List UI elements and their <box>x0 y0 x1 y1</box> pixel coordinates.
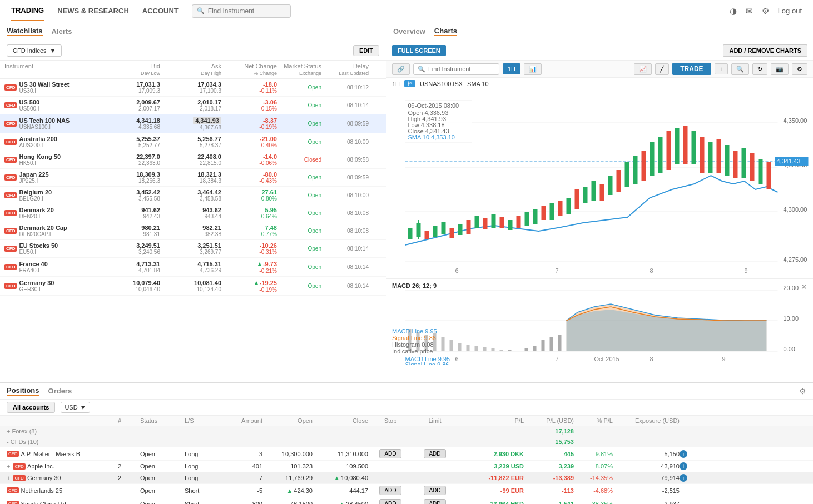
row-pl-usd: -113 <box>524 487 574 494</box>
list-item[interactable]: CFD Denmark 20 Cap DEN20CAP.I 980.21 981… <box>0 222 386 240</box>
col-ask: AskDay High <box>160 63 221 76</box>
timeframe-1h-button[interactable]: 1H <box>503 63 520 74</box>
svg-rect-83 <box>475 346 478 351</box>
change-pct: -0.19% <box>221 124 277 130</box>
table-row[interactable]: CFD Sands China Ltd Open Short -800 46.1… <box>0 497 813 504</box>
change-cell: -14.0 -0.06% <box>221 153 277 166</box>
limit-add-button[interactable]: ADD <box>424 449 445 458</box>
tab-positions[interactable]: Positions <box>7 386 39 396</box>
row-status: Open <box>140 463 185 470</box>
svg-rect-37 <box>600 184 604 201</box>
full-screen-button[interactable]: FULL SCREEN <box>392 45 446 56</box>
all-accounts-button[interactable]: All accounts <box>7 402 55 413</box>
chart-search-box[interactable]: 🔍 <box>413 63 499 75</box>
chart-search-input[interactable] <box>428 66 495 72</box>
nav-search-box[interactable]: 🔍 <box>192 4 291 18</box>
edit-button[interactable]: EDIT <box>353 45 379 56</box>
list-item[interactable]: CFD Australia 200 AUS200.I 5,255.37 5,25… <box>0 133 386 151</box>
col-instrument: Instrument <box>4 63 105 76</box>
row-exposure: 43,910 <box>613 463 680 470</box>
nav-account[interactable]: ACCOUNT <box>142 1 179 21</box>
info-button[interactable]: i <box>680 474 687 482</box>
bid-cell: 18,309.3 18,266.3 <box>105 171 160 184</box>
info-button[interactable]: i <box>680 462 687 470</box>
chart-panel: Overview Charts FULL SCREEN ADD / REMOVE… <box>386 22 813 382</box>
list-item[interactable]: CFD EU Stocks 50 EU50.I 3,249.51 3,240.5… <box>0 240 386 258</box>
svg-rect-21 <box>467 220 471 234</box>
instrument-name-cell: CFD Japan 225 JP225.I <box>4 171 105 184</box>
stop-add-button[interactable]: ADD <box>379 486 401 495</box>
last-updated: 08:09:59 <box>321 121 369 127</box>
list-item[interactable]: CFD France 40 FRA40.I 4,713.31 4,701.84 … <box>0 258 386 277</box>
bid-low: 17,009.3 <box>105 88 160 94</box>
watchlist-dropdown[interactable]: CFD Indices ▼ <box>7 44 62 57</box>
refresh-button[interactable]: ↻ <box>752 63 767 75</box>
market-status: Open <box>277 121 321 127</box>
list-item[interactable]: CFD Denmark 20 DEN20.I 941.62 942.43 943… <box>0 204 386 222</box>
zoom-in-button[interactable]: 🔍 <box>731 63 749 75</box>
instrument-name-cell: CFD Belgium 20 BELG20.I <box>4 189 105 202</box>
instrument-code: DEN20.I <box>19 213 53 219</box>
ask-high: 4,736.29 <box>160 267 221 273</box>
stop-add-button[interactable]: ADD <box>379 449 401 458</box>
row-open: 46.1500 <box>262 501 313 505</box>
nav-news[interactable]: NEWS & RESEARCH <box>57 1 129 21</box>
tab-watchlists[interactable]: Watchlists <box>7 27 43 36</box>
plus-button[interactable]: + <box>715 63 728 74</box>
draw-line-button[interactable]: ╱ <box>655 63 669 75</box>
change-cell: -80.0 -0.43% <box>221 171 277 184</box>
logout-button[interactable]: Log out <box>778 7 802 15</box>
cfd-badge: CFD <box>13 463 25 470</box>
svg-text:09-Oct-2015 08:00: 09-Oct-2015 08:00 <box>408 102 459 109</box>
bid-cell: 941.62 942.43 <box>105 207 160 219</box>
list-item[interactable]: CFD US 30 Wall Street US30.I 17,031.3 17… <box>0 79 386 97</box>
mail-icon[interactable]: ✉ <box>746 6 753 16</box>
table-row[interactable]: + CFD Germany 30 2 Open Long 7 11,769.29… <box>0 472 813 484</box>
tab-overview[interactable]: Overview <box>393 27 425 36</box>
add-remove-charts-button[interactable]: ADD / REMOVE CHARTS <box>723 44 807 57</box>
list-item[interactable]: CFD US Tech 100 NAS USNAS100.I 4,341.18 … <box>0 114 386 133</box>
nav-trading[interactable]: TRADING <box>11 1 44 21</box>
list-item[interactable]: CFD Belgium 20 BELG20.I 3,452.42 3,455.5… <box>0 187 386 204</box>
status-cell: Open <box>277 121 321 127</box>
list-item[interactable]: CFD Japan 225 JP225.I 18,309.3 18,266.3 … <box>0 169 386 187</box>
nav-search-input[interactable] <box>208 7 286 15</box>
change-value: 7.48 <box>221 224 277 231</box>
settings-icon[interactable]: ⚙ <box>762 6 769 16</box>
currency-selector[interactable]: USD ▼ <box>61 402 90 413</box>
tab-orders[interactable]: Orders <box>48 387 72 395</box>
nav-right-icons: ◑ ✉ ⚙ Log out <box>730 6 802 16</box>
svg-rect-51 <box>717 139 721 173</box>
gear-button[interactable]: ⚙ <box>792 63 807 75</box>
macd-close-button[interactable]: ✕ <box>801 282 807 291</box>
indicator-button[interactable]: 📈 <box>634 63 652 75</box>
ask-cell: 22,408.0 22,815.0 <box>160 153 221 166</box>
ask-value: 4,341.93 <box>160 117 221 124</box>
ask-value: 3,464.42 <box>160 189 221 196</box>
link-button[interactable]: 🔗 <box>392 63 410 75</box>
trade-button[interactable]: TRADE <box>672 63 711 75</box>
camera-button[interactable]: 📷 <box>771 63 789 75</box>
info-button[interactable]: i <box>680 450 687 458</box>
cfd-badge: CFD <box>4 264 17 270</box>
bid-value: 4,713.31 <box>105 261 160 267</box>
positions-settings-icon[interactable]: ⚙ <box>799 387 806 396</box>
list-item[interactable]: CFD Germany 30 GER30.I 10,079.40 10,046.… <box>0 277 386 296</box>
last-updated: 08:10:14 <box>321 283 369 289</box>
contrast-icon[interactable]: ◑ <box>730 6 737 16</box>
list-item[interactable]: CFD Hong Kong 50 HK50.I 22,397.0 22,363.… <box>0 151 386 169</box>
signal-line-label: Signal Line 9.86 <box>392 335 436 341</box>
list-item[interactable]: CFD US 500 US500.I 2,009.67 2,007.17 2,0… <box>0 97 386 114</box>
col-pl-usd: P/L (USD) <box>524 417 574 424</box>
table-row[interactable]: CFD Netherlands 25 Open Short -5 ▲424.30… <box>0 484 813 497</box>
tab-charts[interactable]: Charts <box>434 27 457 36</box>
limit-add-button[interactable]: ADD <box>424 499 445 504</box>
stop-add-button[interactable]: ADD <box>379 499 401 504</box>
table-row[interactable]: CFD A.P. Møller - Mærsk B Open Long 3 10… <box>0 447 813 461</box>
svg-rect-55 <box>750 153 755 181</box>
candle-type-button[interactable]: 📊 <box>524 63 542 75</box>
svg-text:4,275.00: 4,275.00 <box>784 256 807 263</box>
limit-add-button[interactable]: ADD <box>424 486 445 495</box>
tab-alerts[interactable]: Alerts <box>52 27 72 36</box>
table-row[interactable]: + CFD Apple Inc. 2 Open Long 401 101.323… <box>0 461 813 472</box>
